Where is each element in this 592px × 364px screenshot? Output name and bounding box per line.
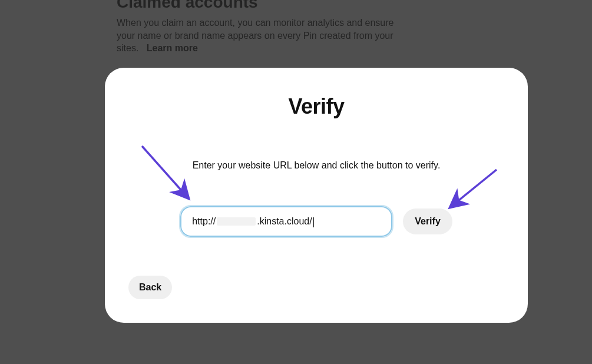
svg-line-1 [449,170,497,208]
text-cursor: | [312,216,315,228]
input-row: http:// .kinsta.cloud/ | Verify [105,206,528,237]
verify-modal: Verify Enter your website URL below and … [105,68,528,323]
verify-button[interactable]: Verify [403,209,452,234]
redacted-subdomain [217,217,256,226]
back-button[interactable]: Back [128,276,172,299]
annotation-arrow-left [139,143,204,210]
modal-title: Verify [105,94,528,119]
modal-instruction: Enter your website URL below and click t… [105,160,528,171]
website-url-input[interactable]: http:// .kinsta.cloud/ | [180,206,392,237]
page-container: tion ment s ns ns Claimed accounts When … [0,0,592,364]
svg-line-0 [142,146,189,199]
url-prefix-text: http:// [192,216,216,227]
url-suffix-text: .kinsta.cloud/ [257,216,312,227]
